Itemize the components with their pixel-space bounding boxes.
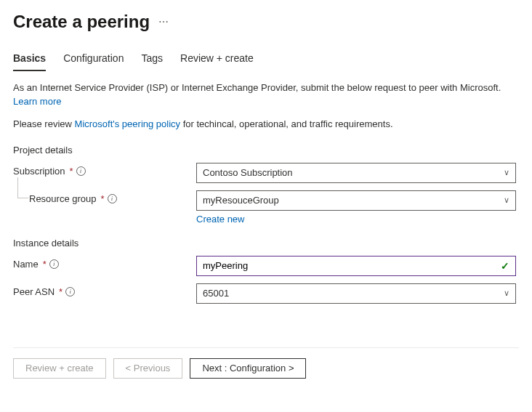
subscription-value: Contoso Subscription [203, 167, 293, 178]
next-button[interactable]: Next : Configuration > [190, 358, 306, 379]
page-title: Create a peering [13, 12, 150, 32]
subscription-select[interactable]: Contoso Subscription ∨ [196, 163, 516, 183]
name-input[interactable] [203, 260, 501, 271]
resource-group-value: myResouceGroup [203, 195, 279, 206]
previous-button[interactable]: < Previous [113, 358, 183, 379]
name-input-wrap: ✓ [196, 256, 516, 276]
info-icon[interactable]: i [108, 194, 117, 203]
footer-bar: Review + create < Previous Next : Config… [13, 347, 519, 379]
policy-pre: Please review [13, 118, 75, 129]
peer-asn-label: Peer ASN [13, 286, 55, 297]
required-indicator: * [43, 259, 47, 270]
info-icon[interactable]: i [76, 166, 86, 176]
chevron-down-icon: ∨ [504, 288, 509, 298]
check-icon: ✓ [501, 260, 509, 272]
more-menu-icon[interactable]: ⋯ [158, 16, 170, 28]
resource-group-label: Resource group [29, 193, 97, 204]
tabs-bar: Basics Configuration Tags Review + creat… [13, 52, 519, 71]
required-indicator: * [101, 193, 105, 204]
name-label: Name [13, 259, 39, 270]
peer-asn-select[interactable]: 65001 ∨ [196, 283, 516, 304]
required-indicator: * [70, 166, 73, 177]
intro-text: As an Internet Service Provider (ISP) or… [13, 81, 519, 109]
tab-tags[interactable]: Tags [141, 52, 163, 71]
info-icon[interactable]: i [49, 259, 59, 269]
instance-details-heading: Instance details [13, 238, 519, 249]
tab-configuration[interactable]: Configuration [63, 52, 124, 71]
review-create-button[interactable]: Review + create [13, 358, 106, 379]
peering-policy-link[interactable]: Microsoft's peering policy [75, 118, 181, 129]
policy-text: Please review Microsoft's peering policy… [13, 118, 519, 132]
project-details-heading: Project details [13, 145, 519, 155]
learn-more-link[interactable]: Learn more [13, 96, 61, 107]
chevron-down-icon: ∨ [504, 195, 509, 205]
peer-asn-value: 65001 [203, 288, 229, 299]
tab-review-create[interactable]: Review + create [180, 52, 254, 71]
tab-basics[interactable]: Basics [13, 52, 46, 71]
info-icon[interactable]: i [65, 287, 75, 296]
chevron-down-icon: ∨ [504, 168, 509, 177]
required-indicator: * [59, 286, 63, 297]
create-new-link[interactable]: Create new [196, 214, 244, 225]
resource-group-select[interactable]: myResouceGroup ∨ [196, 190, 516, 211]
intro-description: As an Internet Service Provider (ISP) or… [13, 82, 501, 93]
policy-post: for techincal, operational, and traffic … [180, 118, 392, 129]
subscription-label: Subscription [13, 166, 65, 177]
